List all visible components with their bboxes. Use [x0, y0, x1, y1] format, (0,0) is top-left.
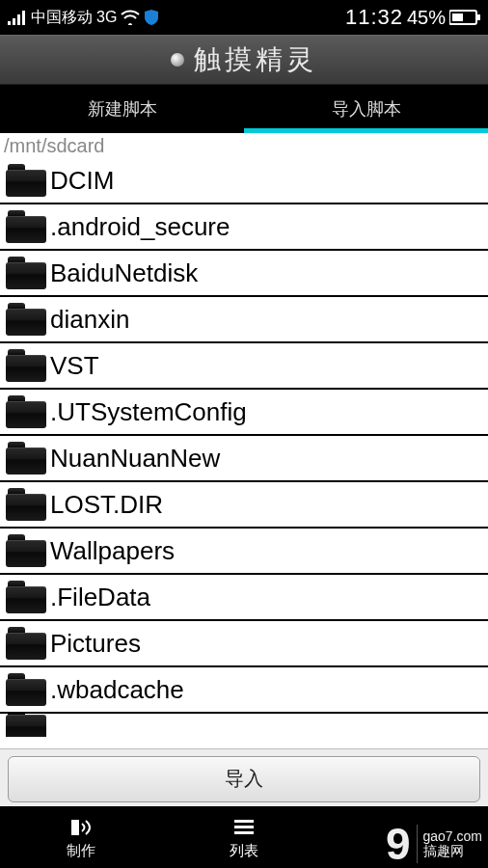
file-name: .android_secure — [50, 212, 230, 242]
file-name: .FileData — [50, 583, 150, 612]
file-row[interactable] — [0, 714, 488, 737]
tab-label: 导入脚本 — [332, 97, 401, 121]
list-icon — [232, 815, 256, 840]
watermark: 9 gao7.com 搞趣网 — [386, 822, 482, 866]
breadcrumb[interactable]: /mnt/sdcard — [0, 133, 488, 158]
nav-list[interactable]: 列表 — [163, 815, 326, 860]
file-row[interactable]: .android_secure — [0, 204, 488, 251]
svg-rect-1 — [13, 18, 15, 25]
svg-rect-7 — [234, 820, 254, 823]
app-header: 触摸精灵 — [0, 35, 488, 85]
folder-icon — [6, 164, 46, 197]
svg-rect-5 — [477, 14, 480, 20]
tab-label: 新建脚本 — [88, 97, 157, 121]
folder-icon — [6, 534, 46, 567]
status-left: 中国移动 3G — [8, 8, 159, 28]
file-row[interactable]: VST — [0, 343, 488, 390]
file-row[interactable]: .FileData — [0, 575, 488, 621]
battery-icon — [449, 10, 480, 25]
carrier-label: 中国移动 — [31, 8, 93, 28]
tab-import-script[interactable]: 导入脚本 — [244, 85, 488, 133]
status-right: 11:32 45% — [345, 5, 480, 30]
folder-icon — [6, 257, 46, 289]
file-name: Wallpapers — [50, 536, 175, 566]
svg-rect-8 — [234, 826, 254, 828]
file-name: VST — [50, 351, 99, 381]
file-row[interactable]: LOST.DIR — [0, 482, 488, 529]
folder-icon — [6, 673, 46, 706]
file-row[interactable]: Pictures — [0, 621, 488, 667]
file-row[interactable]: .wbadcache — [0, 667, 488, 714]
clock-label: 11:32 — [345, 5, 403, 30]
file-row[interactable]: BaiduNetdisk — [0, 251, 488, 297]
nav-make[interactable]: 制作 — [0, 815, 163, 860]
wifi-icon — [121, 10, 140, 25]
shield-icon — [144, 9, 159, 26]
network-label: 3G — [96, 9, 117, 26]
watermark-line2: 搞趣网 — [423, 844, 482, 858]
folder-icon — [6, 210, 46, 243]
import-button-label: 导入 — [225, 766, 263, 792]
svg-rect-9 — [234, 831, 254, 834]
file-name: BaiduNetdisk — [50, 258, 198, 288]
svg-rect-6 — [452, 14, 463, 21]
folder-icon — [6, 395, 46, 428]
file-row[interactable]: NuanNuanNew — [0, 436, 488, 482]
file-name: DCIM — [50, 166, 114, 196]
svg-rect-3 — [22, 11, 25, 25]
file-row[interactable]: dianxin — [0, 297, 488, 343]
svg-rect-0 — [8, 21, 11, 25]
import-button[interactable]: 导入 — [8, 756, 480, 802]
file-row[interactable]: Wallpapers — [0, 529, 488, 575]
folder-icon — [6, 627, 46, 660]
file-name: LOST.DIR — [50, 490, 163, 520]
make-icon — [68, 815, 95, 840]
folder-icon — [6, 488, 46, 521]
folder-icon — [6, 303, 46, 336]
watermark-divider — [417, 825, 418, 863]
nav-label: 制作 — [67, 842, 95, 860]
folder-icon — [6, 349, 46, 382]
file-list[interactable]: DCIM .android_secure BaiduNetdisk dianxi… — [0, 158, 488, 748]
folder-icon — [6, 714, 46, 737]
folder-icon — [6, 442, 46, 475]
app-title: 触摸精灵 — [194, 41, 317, 78]
nav-label: 列表 — [230, 842, 258, 860]
header-dot-icon — [171, 53, 184, 67]
battery-pct-label: 45% — [407, 7, 446, 29]
watermark-line1: gao7.com — [423, 829, 482, 844]
signal-icon — [8, 10, 27, 25]
folder-icon — [6, 581, 46, 613]
file-name: Pictures — [50, 629, 141, 659]
status-bar: 中国移动 3G 11:32 45% — [0, 0, 488, 35]
file-name: .UTSystemConfig — [50, 397, 247, 427]
import-bar: 导入 — [0, 748, 488, 808]
path-text: /mnt/sdcard — [4, 135, 104, 157]
file-name: .wbadcache — [50, 675, 184, 705]
svg-rect-2 — [17, 14, 20, 25]
file-row[interactable]: .UTSystemConfig — [0, 390, 488, 436]
watermark-logo: 9 — [386, 822, 411, 866]
watermark-text: gao7.com 搞趣网 — [423, 829, 482, 859]
file-name: dianxin — [50, 305, 129, 335]
tabs: 新建脚本 导入脚本 — [0, 85, 488, 133]
file-name: NuanNuanNew — [50, 444, 220, 474]
file-row[interactable]: DCIM — [0, 158, 488, 204]
tab-new-script[interactable]: 新建脚本 — [0, 85, 244, 133]
